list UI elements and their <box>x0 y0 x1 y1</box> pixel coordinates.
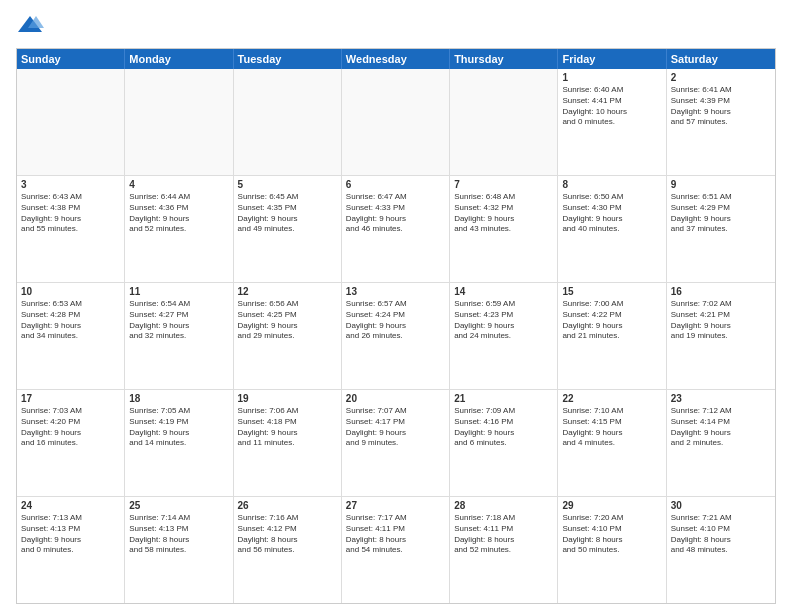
cell-info: Sunrise: 7:05 AM Sunset: 4:19 PM Dayligh… <box>129 406 228 449</box>
cell-info: Sunrise: 6:59 AM Sunset: 4:23 PM Dayligh… <box>454 299 553 342</box>
calendar-cell: 2Sunrise: 6:41 AM Sunset: 4:39 PM Daylig… <box>667 69 775 175</box>
day-number: 16 <box>671 286 771 297</box>
day-number: 9 <box>671 179 771 190</box>
calendar-body: 1Sunrise: 6:40 AM Sunset: 4:41 PM Daylig… <box>17 69 775 603</box>
cell-info: Sunrise: 7:09 AM Sunset: 4:16 PM Dayligh… <box>454 406 553 449</box>
calendar-cell: 16Sunrise: 7:02 AM Sunset: 4:21 PM Dayli… <box>667 283 775 389</box>
calendar: SundayMondayTuesdayWednesdayThursdayFrid… <box>16 48 776 604</box>
cell-info: Sunrise: 7:17 AM Sunset: 4:11 PM Dayligh… <box>346 513 445 556</box>
cell-info: Sunrise: 6:56 AM Sunset: 4:25 PM Dayligh… <box>238 299 337 342</box>
calendar-cell <box>125 69 233 175</box>
calendar-cell <box>342 69 450 175</box>
calendar-cell: 19Sunrise: 7:06 AM Sunset: 4:18 PM Dayli… <box>234 390 342 496</box>
day-number: 29 <box>562 500 661 511</box>
day-number: 10 <box>21 286 120 297</box>
day-number: 6 <box>346 179 445 190</box>
calendar-cell <box>17 69 125 175</box>
cell-info: Sunrise: 6:51 AM Sunset: 4:29 PM Dayligh… <box>671 192 771 235</box>
day-number: 5 <box>238 179 337 190</box>
calendar-row: 1Sunrise: 6:40 AM Sunset: 4:41 PM Daylig… <box>17 69 775 175</box>
cell-info: Sunrise: 6:54 AM Sunset: 4:27 PM Dayligh… <box>129 299 228 342</box>
calendar-cell: 10Sunrise: 6:53 AM Sunset: 4:28 PM Dayli… <box>17 283 125 389</box>
day-number: 8 <box>562 179 661 190</box>
day-number: 4 <box>129 179 228 190</box>
calendar-cell: 18Sunrise: 7:05 AM Sunset: 4:19 PM Dayli… <box>125 390 233 496</box>
day-number: 25 <box>129 500 228 511</box>
calendar-cell <box>450 69 558 175</box>
day-number: 23 <box>671 393 771 404</box>
logo-icon <box>16 12 44 40</box>
header <box>16 12 776 40</box>
day-number: 13 <box>346 286 445 297</box>
calendar-row: 10Sunrise: 6:53 AM Sunset: 4:28 PM Dayli… <box>17 282 775 389</box>
calendar-cell: 17Sunrise: 7:03 AM Sunset: 4:20 PM Dayli… <box>17 390 125 496</box>
day-number: 24 <box>21 500 120 511</box>
calendar-cell: 7Sunrise: 6:48 AM Sunset: 4:32 PM Daylig… <box>450 176 558 282</box>
calendar-cell: 5Sunrise: 6:45 AM Sunset: 4:35 PM Daylig… <box>234 176 342 282</box>
calendar-header: SundayMondayTuesdayWednesdayThursdayFrid… <box>17 49 775 69</box>
logo <box>16 12 48 40</box>
calendar-cell: 13Sunrise: 6:57 AM Sunset: 4:24 PM Dayli… <box>342 283 450 389</box>
calendar-cell: 22Sunrise: 7:10 AM Sunset: 4:15 PM Dayli… <box>558 390 666 496</box>
cell-info: Sunrise: 7:06 AM Sunset: 4:18 PM Dayligh… <box>238 406 337 449</box>
day-number: 15 <box>562 286 661 297</box>
calendar-cell: 25Sunrise: 7:14 AM Sunset: 4:13 PM Dayli… <box>125 497 233 603</box>
cell-info: Sunrise: 7:21 AM Sunset: 4:10 PM Dayligh… <box>671 513 771 556</box>
calendar-cell: 9Sunrise: 6:51 AM Sunset: 4:29 PM Daylig… <box>667 176 775 282</box>
calendar-cell: 24Sunrise: 7:13 AM Sunset: 4:13 PM Dayli… <box>17 497 125 603</box>
cell-info: Sunrise: 6:43 AM Sunset: 4:38 PM Dayligh… <box>21 192 120 235</box>
calendar-row: 24Sunrise: 7:13 AM Sunset: 4:13 PM Dayli… <box>17 496 775 603</box>
calendar-cell: 20Sunrise: 7:07 AM Sunset: 4:17 PM Dayli… <box>342 390 450 496</box>
day-number: 27 <box>346 500 445 511</box>
day-number: 30 <box>671 500 771 511</box>
calendar-cell: 3Sunrise: 6:43 AM Sunset: 4:38 PM Daylig… <box>17 176 125 282</box>
page: SundayMondayTuesdayWednesdayThursdayFrid… <box>0 0 792 612</box>
cell-info: Sunrise: 7:18 AM Sunset: 4:11 PM Dayligh… <box>454 513 553 556</box>
day-number: 3 <box>21 179 120 190</box>
day-number: 11 <box>129 286 228 297</box>
cell-info: Sunrise: 6:40 AM Sunset: 4:41 PM Dayligh… <box>562 85 661 128</box>
day-number: 28 <box>454 500 553 511</box>
calendar-cell: 6Sunrise: 6:47 AM Sunset: 4:33 PM Daylig… <box>342 176 450 282</box>
weekday-header: Wednesday <box>342 49 450 69</box>
day-number: 19 <box>238 393 337 404</box>
calendar-cell: 21Sunrise: 7:09 AM Sunset: 4:16 PM Dayli… <box>450 390 558 496</box>
day-number: 2 <box>671 72 771 83</box>
calendar-cell: 4Sunrise: 6:44 AM Sunset: 4:36 PM Daylig… <box>125 176 233 282</box>
cell-info: Sunrise: 6:50 AM Sunset: 4:30 PM Dayligh… <box>562 192 661 235</box>
calendar-cell: 26Sunrise: 7:16 AM Sunset: 4:12 PM Dayli… <box>234 497 342 603</box>
day-number: 21 <box>454 393 553 404</box>
cell-info: Sunrise: 7:16 AM Sunset: 4:12 PM Dayligh… <box>238 513 337 556</box>
weekday-header: Monday <box>125 49 233 69</box>
calendar-cell: 23Sunrise: 7:12 AM Sunset: 4:14 PM Dayli… <box>667 390 775 496</box>
weekday-header: Thursday <box>450 49 558 69</box>
calendar-cell: 28Sunrise: 7:18 AM Sunset: 4:11 PM Dayli… <box>450 497 558 603</box>
day-number: 1 <box>562 72 661 83</box>
weekday-header: Sunday <box>17 49 125 69</box>
calendar-cell: 8Sunrise: 6:50 AM Sunset: 4:30 PM Daylig… <box>558 176 666 282</box>
cell-info: Sunrise: 7:10 AM Sunset: 4:15 PM Dayligh… <box>562 406 661 449</box>
calendar-cell: 30Sunrise: 7:21 AM Sunset: 4:10 PM Dayli… <box>667 497 775 603</box>
cell-info: Sunrise: 7:03 AM Sunset: 4:20 PM Dayligh… <box>21 406 120 449</box>
day-number: 14 <box>454 286 553 297</box>
cell-info: Sunrise: 7:13 AM Sunset: 4:13 PM Dayligh… <box>21 513 120 556</box>
weekday-header: Tuesday <box>234 49 342 69</box>
day-number: 17 <box>21 393 120 404</box>
weekday-header: Saturday <box>667 49 775 69</box>
cell-info: Sunrise: 7:02 AM Sunset: 4:21 PM Dayligh… <box>671 299 771 342</box>
cell-info: Sunrise: 6:44 AM Sunset: 4:36 PM Dayligh… <box>129 192 228 235</box>
calendar-cell <box>234 69 342 175</box>
calendar-cell: 15Sunrise: 7:00 AM Sunset: 4:22 PM Dayli… <box>558 283 666 389</box>
cell-info: Sunrise: 7:00 AM Sunset: 4:22 PM Dayligh… <box>562 299 661 342</box>
cell-info: Sunrise: 6:47 AM Sunset: 4:33 PM Dayligh… <box>346 192 445 235</box>
calendar-cell: 11Sunrise: 6:54 AM Sunset: 4:27 PM Dayli… <box>125 283 233 389</box>
cell-info: Sunrise: 7:12 AM Sunset: 4:14 PM Dayligh… <box>671 406 771 449</box>
cell-info: Sunrise: 7:20 AM Sunset: 4:10 PM Dayligh… <box>562 513 661 556</box>
cell-info: Sunrise: 6:45 AM Sunset: 4:35 PM Dayligh… <box>238 192 337 235</box>
calendar-row: 17Sunrise: 7:03 AM Sunset: 4:20 PM Dayli… <box>17 389 775 496</box>
cell-info: Sunrise: 7:07 AM Sunset: 4:17 PM Dayligh… <box>346 406 445 449</box>
calendar-cell: 1Sunrise: 6:40 AM Sunset: 4:41 PM Daylig… <box>558 69 666 175</box>
cell-info: Sunrise: 7:14 AM Sunset: 4:13 PM Dayligh… <box>129 513 228 556</box>
day-number: 18 <box>129 393 228 404</box>
calendar-row: 3Sunrise: 6:43 AM Sunset: 4:38 PM Daylig… <box>17 175 775 282</box>
